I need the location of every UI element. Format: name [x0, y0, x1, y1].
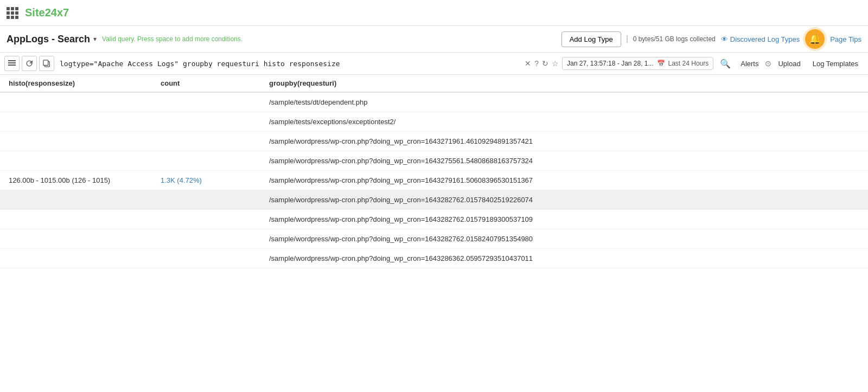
cell-histo	[0, 112, 152, 132]
cell-count	[152, 151, 260, 171]
cell-histo	[0, 92, 152, 112]
list-view-icon[interactable]	[4, 56, 20, 71]
log-templates-button[interactable]: Log Templates	[807, 57, 864, 70]
query-action-icons: ✕ ? ↻ ☆	[525, 59, 559, 68]
date-range-label: Jan 27, 13:57:18 - Jan 28, 1...	[567, 60, 653, 67]
table-row: /sample/tests/dt/dependent.php	[0, 92, 868, 112]
alerts-button[interactable]: Alerts	[735, 57, 764, 70]
cell-histo	[0, 151, 152, 171]
cell-groupby: /sample/wordpress/wp-cron.php?doing_wp_c…	[260, 171, 868, 190]
last-hours-label: Last 24 Hours	[668, 60, 709, 67]
cell-count	[152, 92, 260, 112]
copy-icon[interactable]	[39, 56, 54, 71]
datetime-picker[interactable]: Jan 27, 13:57:18 - Jan 28, 1... 📅 Last 2…	[562, 57, 713, 70]
svg-rect-4	[43, 60, 48, 66]
cell-count	[152, 112, 260, 132]
table-row: /sample/wordpress/wp-cron.php?doing_wp_c…	[0, 229, 868, 249]
table-row: /sample/tests/exceptions/exceptiontest2/	[0, 112, 868, 132]
cell-histo	[0, 132, 152, 151]
table-row: /sample/wordpress/wp-cron.php?doing_wp_c…	[0, 132, 868, 151]
cell-groupby: /sample/tests/exceptions/exceptiontest2/	[260, 112, 868, 132]
table-header-row: histo(responsesize) count groupby(reques…	[0, 75, 868, 92]
query-refresh-icon[interactable]: ↻	[542, 59, 548, 68]
cell-count	[152, 132, 260, 151]
cell-histo	[0, 210, 152, 229]
cell-histo: 126.00b - 1015.00b (126 - 1015)	[0, 171, 152, 190]
page-title: AppLogs - Search	[7, 34, 90, 45]
query-input[interactable]	[58, 57, 521, 70]
cell-groupby: /sample/wordpress/wp-cron.php?doing_wp_c…	[260, 229, 868, 249]
cell-groupby: /sample/tests/dt/dependent.php	[260, 92, 868, 112]
eye-icon: 👁	[721, 35, 728, 43]
table-row: /sample/wordpress/wp-cron.php?doing_wp_c…	[0, 249, 868, 268]
bell-icon: 🔔	[809, 33, 821, 45]
query-help-icon[interactable]: ?	[534, 59, 539, 68]
site-logo: Site24x7	[25, 7, 69, 19]
count-link[interactable]: 1.3K (4.72%)	[161, 176, 202, 184]
col-header-count: count	[152, 75, 260, 92]
cell-histo	[0, 229, 152, 249]
search-button[interactable]: 🔍	[717, 55, 734, 72]
query-favorite-icon[interactable]: ☆	[552, 59, 559, 68]
svg-rect-1	[8, 62, 16, 63]
cell-count[interactable]: 1.3K (4.72%)	[152, 171, 260, 190]
toolbar-right: 🔍 Alerts ⊙ Upload Log Templates	[717, 55, 864, 72]
add-log-type-button[interactable]: Add Log Type	[561, 31, 621, 47]
cell-count	[152, 190, 260, 210]
calendar-icon: 📅	[657, 60, 665, 67]
results-table: histo(responsesize) count groupby(reques…	[0, 75, 868, 268]
discovered-log-types-link[interactable]: 👁 Discovered Log Types	[721, 35, 800, 43]
cell-groupby: /sample/wordpress/wp-cron.php?doing_wp_c…	[260, 190, 868, 210]
refresh-icon[interactable]	[22, 56, 37, 71]
cell-count	[152, 229, 260, 249]
col-header-groupby: groupby(requesturi)	[260, 75, 868, 92]
cell-groupby: /sample/wordpress/wp-cron.php?doing_wp_c…	[260, 132, 868, 151]
col-header-histo: histo(responsesize)	[0, 75, 152, 92]
svg-rect-2	[8, 65, 16, 66]
svg-rect-0	[8, 60, 16, 61]
query-bar-icons	[4, 56, 54, 71]
results-area: histo(responsesize) count groupby(reques…	[0, 75, 868, 268]
cell-groupby: /sample/wordpress/wp-cron.php?doing_wp_c…	[260, 249, 868, 268]
page-title-area: AppLogs - Search ▾	[7, 34, 97, 45]
top-nav: Site24x7	[0, 0, 868, 26]
logo-prefix: Site	[25, 7, 45, 18]
table-row: /sample/wordpress/wp-cron.php?doing_wp_c…	[0, 210, 868, 229]
logs-collected-info: 0 bytes/51 GB logs collected	[627, 35, 716, 43]
sub-header: AppLogs - Search ▾ Valid query. Press sp…	[0, 26, 868, 53]
cell-histo	[0, 249, 152, 268]
notifications-bell-icon[interactable]: 🔔	[805, 29, 825, 49]
table-row: 126.00b - 1015.00b (126 - 1015)1.3K (4.7…	[0, 171, 868, 190]
cell-groupby: /sample/wordpress/wp-cron.php?doing_wp_c…	[260, 151, 868, 171]
cell-histo	[0, 190, 152, 210]
cell-groupby: /sample/wordpress/wp-cron.php?doing_wp_c…	[260, 210, 868, 229]
table-row: /sample/wordpress/wp-cron.php?doing_wp_c…	[0, 151, 868, 171]
title-dropdown-arrow[interactable]: ▾	[93, 35, 97, 43]
clear-query-icon[interactable]: ✕	[525, 59, 531, 68]
page-tips-link[interactable]: Page Tips	[830, 35, 861, 43]
query-bar: ✕ ? ↻ ☆ Jan 27, 13:57:18 - Jan 28, 1... …	[0, 53, 868, 75]
cell-count	[152, 210, 260, 229]
upload-circle-icon: ⊙	[765, 59, 771, 68]
cell-count	[152, 249, 260, 268]
upload-button[interactable]: Upload	[773, 57, 806, 70]
grid-menu-icon[interactable]	[7, 7, 18, 19]
logo-suffix: 24x7	[45, 7, 69, 18]
valid-query-message: Valid query. Press space to add more con…	[102, 35, 242, 43]
table-row: /sample/wordpress/wp-cron.php?doing_wp_c…	[0, 190, 868, 210]
